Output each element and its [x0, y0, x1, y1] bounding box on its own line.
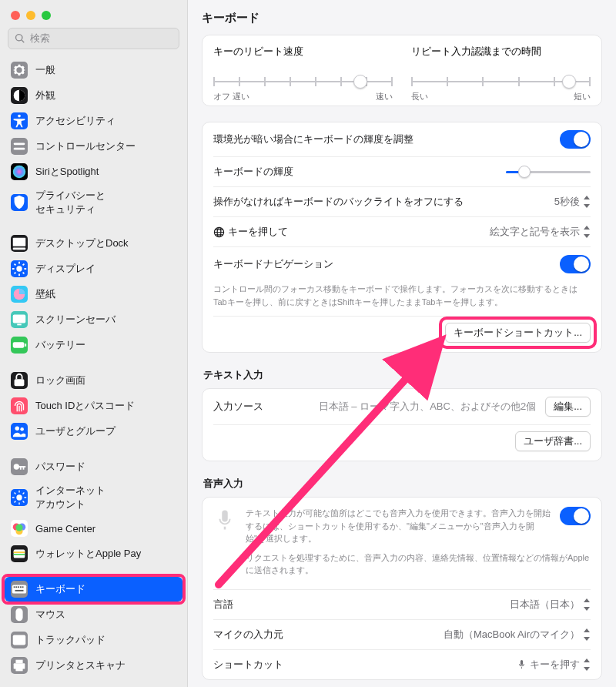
- globe-icon: [213, 226, 225, 238]
- search-input[interactable]: 検索: [8, 28, 179, 49]
- dictation-shortcut-select[interactable]: キーを押す: [517, 658, 591, 672]
- sidebar-item-label: トラックパッド: [35, 633, 105, 647]
- sidebar-item-users[interactable]: ユーザとグループ: [5, 419, 182, 444]
- sidebar-item-label: SiriとSpotlight: [35, 165, 99, 179]
- control-icon: [11, 138, 28, 155]
- siri-icon: [11, 163, 28, 180]
- passwords-icon: [11, 458, 28, 475]
- svg-rect-10: [17, 324, 22, 326]
- sidebar-item-trackpad[interactable]: トラックパッド: [5, 628, 182, 652]
- sidebar-item-siri[interactable]: SiriとSpotlight: [5, 159, 182, 184]
- sidebar-item-internet[interactable]: インターネット アカウント: [5, 480, 182, 515]
- page-title: キーボード: [202, 0, 602, 35]
- privacy-icon: [11, 194, 28, 211]
- backlight-off-select[interactable]: 5秒後: [554, 195, 591, 209]
- dictation-lang-label: 言語: [213, 598, 233, 612]
- sidebar-item-wallpaper[interactable]: 壁紙: [5, 282, 182, 307]
- key-repeat-label: キーのリピート速度: [213, 45, 393, 59]
- svg-rect-35: [15, 660, 22, 664]
- sidebar-item-mouse[interactable]: マウス: [5, 602, 182, 627]
- fullscreen-window-button[interactable]: [42, 11, 51, 20]
- svg-rect-33: [13, 635, 26, 645]
- sidebar-item-touchid[interactable]: Touch IDとパスコード: [5, 394, 182, 418]
- keyboard-nav-toggle[interactable]: [560, 255, 591, 273]
- sidebar-item-label: アクセシビリティ: [35, 114, 116, 128]
- sidebar-item-keyboard[interactable]: キーボード: [5, 577, 182, 602]
- brightness-label: キーボードの輝度: [213, 165, 293, 179]
- svg-rect-24: [14, 554, 25, 555]
- sidebar-item-lock[interactable]: ロック画面: [5, 368, 182, 393]
- dictation-toggle[interactable]: [560, 507, 591, 525]
- dictation-mic-select[interactable]: 自動（MacBook Airのマイク）: [444, 628, 591, 642]
- svg-rect-5: [13, 238, 26, 246]
- search-placeholder: 検索: [30, 32, 50, 45]
- display-icon: [11, 260, 28, 277]
- close-window-button[interactable]: [11, 11, 20, 20]
- mic-small-icon: [517, 659, 527, 669]
- svg-rect-2: [14, 142, 25, 145]
- lock-icon: [11, 372, 28, 389]
- chevron-updown-icon: [583, 598, 591, 611]
- sidebar-item-privacy[interactable]: プライバシーと セキュリティ: [5, 185, 182, 220]
- svg-rect-12: [25, 344, 26, 347]
- dictation-desc: テキスト入力が可能な箇所はどこでも音声入力を使用できます。音声入力を開始するには…: [246, 507, 551, 545]
- svg-rect-9: [13, 315, 26, 323]
- dictation-lang-select[interactable]: 日本語（日本）: [510, 598, 591, 612]
- mic-icon: [213, 508, 236, 531]
- delay-slider[interactable]: [411, 74, 591, 89]
- user-dictionary-button[interactable]: ユーザ辞書...: [515, 431, 591, 451]
- sidebar-item-desktop[interactable]: デスクトップとDock: [5, 231, 182, 256]
- dictation-shortcut-label: ショートカット: [213, 658, 283, 672]
- sidebar-item-display[interactable]: ディスプレイ: [5, 256, 182, 281]
- svg-point-21: [15, 524, 22, 531]
- sidebar-item-label: 外観: [35, 89, 55, 102]
- sidebar-item-battery[interactable]: バッテリー: [5, 333, 182, 357]
- brightness-slider[interactable]: [506, 166, 591, 178]
- sidebar-item-wallet[interactable]: ウォレットとApple Pay: [5, 541, 182, 566]
- sidebar-item-printer[interactable]: プリンタとスキャナ: [5, 653, 182, 678]
- sidebar-item-gamecenter[interactable]: Game Center: [5, 516, 182, 541]
- touchid-icon: [11, 397, 28, 414]
- keyboard-shortcuts-button[interactable]: キーボードショートカット...: [445, 323, 591, 343]
- delay-label: リピート入力認識までの時間: [411, 45, 591, 59]
- sidebar-item-label: ディスプレイ: [35, 262, 95, 276]
- sidebar-item-gear[interactable]: 一般: [5, 58, 182, 82]
- svg-point-4: [13, 166, 26, 179]
- svg-rect-3: [14, 148, 25, 150]
- svg-rect-31: [15, 590, 24, 591]
- sidebar-item-control[interactable]: コントロールセンター: [5, 134, 182, 159]
- input-source-value: 日本語 – ローマ字入力、ABC、およびその他2個: [319, 400, 536, 414]
- gamecenter-icon: [11, 520, 28, 537]
- sidebar-item-label: プリンタとスキャナ: [35, 659, 126, 672]
- globe-key-select[interactable]: 絵文字と記号を表示: [490, 225, 591, 239]
- sidebar-item-label: スクリーンセーバ: [35, 313, 116, 327]
- sidebar-item-label: 壁紙: [35, 287, 55, 301]
- dictation-mic-label: マイクの入力元: [213, 628, 283, 642]
- autodim-toggle[interactable]: [560, 130, 591, 149]
- edit-input-source-button[interactable]: 編集...: [545, 397, 591, 417]
- chevron-updown-icon: [583, 628, 591, 641]
- access-icon: [11, 112, 28, 129]
- mouse-icon: [11, 606, 28, 623]
- key-repeat-slider[interactable]: [213, 74, 393, 89]
- minimize-window-button[interactable]: [26, 11, 35, 20]
- svg-rect-27: [15, 586, 17, 588]
- chevron-updown-icon: [583, 226, 591, 238]
- sidebar-item-appearance[interactable]: 外観: [5, 83, 182, 108]
- sidebar-item-label: Game Center: [35, 523, 95, 535]
- wallpaper-icon: [11, 286, 28, 303]
- sidebar-item-label: Touch IDとパスコード: [35, 399, 135, 413]
- svg-rect-28: [18, 586, 19, 588]
- desktop-icon: [11, 235, 28, 252]
- backlight-off-label: 操作がなければキーボードのバックライトをオフにする: [213, 195, 464, 209]
- sidebar-item-passwords[interactable]: パスワード: [5, 454, 182, 479]
- sidebar-item-access[interactable]: アクセシビリティ: [5, 109, 182, 133]
- svg-point-15: [20, 427, 24, 431]
- sidebar-item-label: プライバシーと セキュリティ: [35, 189, 105, 216]
- sidebar-item-label: ユーザとグループ: [35, 424, 116, 438]
- svg-rect-30: [22, 586, 24, 588]
- sidebar-item-label: デスクトップとDock: [35, 236, 129, 250]
- sidebar-item-label: ロック画面: [35, 374, 85, 387]
- sidebar-item-screensaver[interactable]: スクリーンセーバ: [5, 307, 182, 332]
- battery-icon: [11, 337, 28, 354]
